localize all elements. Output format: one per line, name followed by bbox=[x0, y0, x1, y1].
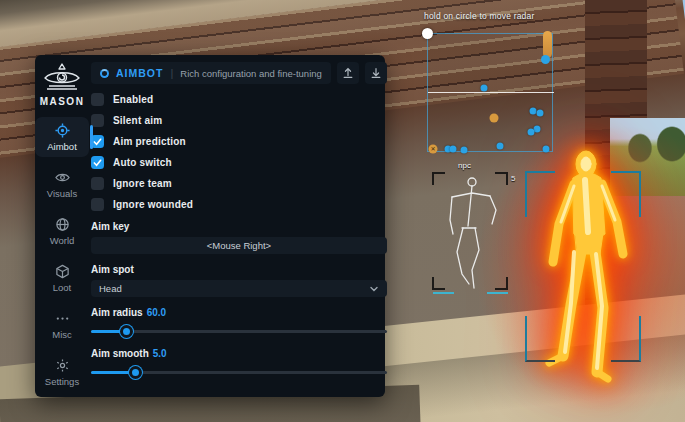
sidebar-item-label: Visuals bbox=[47, 188, 77, 199]
npc-name-label: npc bbox=[458, 161, 471, 170]
check-icon bbox=[93, 158, 102, 167]
checkbox-label: Enabled bbox=[113, 94, 153, 105]
sidebar-item-visuals[interactable]: Visuals bbox=[35, 164, 89, 204]
sidebar-item-label: Misc bbox=[52, 329, 72, 340]
page-title: AIMBOT bbox=[116, 67, 163, 79]
sidebar-item-aimbot[interactable]: Aimbot bbox=[35, 117, 89, 157]
aim-spot-select[interactable]: Head bbox=[91, 280, 387, 297]
aimbot-page: AIMBOT | Rich configuration and fine-tun… bbox=[89, 55, 397, 397]
radar-dot bbox=[461, 147, 468, 154]
aim-spot-value: Head bbox=[99, 283, 369, 294]
aim-smooth-slider[interactable] bbox=[91, 366, 387, 379]
radar-dot bbox=[481, 85, 488, 92]
sidebar-item-label: Settings bbox=[45, 376, 79, 387]
radar-dots bbox=[428, 34, 552, 151]
checkbox-box bbox=[91, 156, 104, 169]
cheat-menu-panel: MASON Aimbot Visuals bbox=[35, 55, 385, 397]
checkbox-label: Auto switch bbox=[113, 157, 172, 168]
checkbox-label: Ignore wounded bbox=[113, 199, 193, 210]
sidebar-item-misc[interactable]: Misc bbox=[35, 305, 89, 345]
brand: MASON bbox=[40, 63, 85, 107]
sidebar-item-label: World bbox=[50, 235, 75, 246]
esp-corner bbox=[611, 316, 641, 362]
spinner-ring-icon bbox=[100, 69, 109, 78]
eye-icon bbox=[55, 170, 70, 185]
download-icon bbox=[370, 67, 382, 79]
sidebar-item-loot[interactable]: Loot bbox=[35, 258, 89, 298]
npc-skeleton-esp bbox=[438, 174, 504, 290]
checkbox-box bbox=[91, 93, 104, 106]
globe-icon bbox=[55, 217, 70, 232]
radar-dot bbox=[497, 143, 504, 150]
check-icon bbox=[93, 137, 102, 146]
aim-spot-label: Aim spot bbox=[91, 264, 387, 275]
sidebar-item-world[interactable]: World bbox=[35, 211, 89, 251]
chevron-down-icon bbox=[369, 284, 379, 294]
slider-handle[interactable] bbox=[129, 366, 142, 379]
checkbox-auto-switch[interactable]: Auto switch bbox=[91, 156, 387, 169]
npc-health-bar bbox=[487, 292, 508, 294]
mason-eye-logo bbox=[41, 63, 83, 93]
radar-dot bbox=[534, 126, 541, 133]
import-config-button[interactable] bbox=[365, 62, 387, 84]
esp-corner bbox=[525, 171, 555, 217]
title-divider: | bbox=[170, 67, 173, 79]
radar bbox=[427, 33, 553, 152]
aim-smooth-value: 5.0 bbox=[153, 348, 167, 359]
radar-player-dot bbox=[541, 55, 550, 64]
radar-dot bbox=[543, 146, 550, 153]
gear-icon bbox=[55, 358, 70, 373]
upload-icon bbox=[342, 67, 354, 79]
checkbox-aim-prediction[interactable]: Aim prediction bbox=[91, 135, 387, 148]
game-screen: hold on circle to move radar npc 5 bbox=[0, 0, 685, 422]
checkbox-box bbox=[91, 177, 104, 190]
checkbox-box bbox=[91, 114, 104, 127]
radar-offscreen-marker bbox=[543, 31, 552, 58]
checkbox-group: Enabled Silent aim Aim prediction Auto s… bbox=[91, 93, 387, 211]
radar-dot bbox=[528, 129, 535, 136]
sidebar-item-label: Loot bbox=[53, 282, 72, 293]
radar-dot bbox=[450, 146, 457, 153]
esp-corner bbox=[525, 316, 555, 362]
radar-dot bbox=[530, 108, 537, 115]
dots-icon bbox=[55, 311, 70, 326]
radar-dot bbox=[537, 110, 544, 117]
aim-key-label: Aim key bbox=[91, 221, 387, 232]
slider-track bbox=[91, 330, 387, 333]
checkbox-silent-aim[interactable]: Silent aim bbox=[91, 114, 387, 127]
checkbox-enabled[interactable]: Enabled bbox=[91, 93, 387, 106]
sidebar-nav: Aimbot Visuals World bbox=[35, 117, 89, 392]
sidebar: MASON Aimbot Visuals bbox=[35, 55, 89, 397]
page-header: AIMBOT | Rich configuration and fine-tun… bbox=[91, 62, 387, 84]
aim-radius-value: 60.0 bbox=[147, 307, 166, 318]
cube-icon bbox=[55, 264, 70, 279]
checkbox-ignore-team[interactable]: Ignore team bbox=[91, 177, 387, 190]
npc-distance-label: 5 bbox=[511, 174, 515, 183]
aim-smooth-text: Aim smooth bbox=[91, 348, 149, 359]
checkbox-label: Aim prediction bbox=[113, 136, 186, 147]
radar-hint-text: hold on circle to move radar bbox=[424, 11, 564, 21]
sidebar-item-label: Aimbot bbox=[47, 141, 77, 152]
checkbox-label: Silent aim bbox=[113, 115, 162, 126]
checkbox-label: Ignore team bbox=[113, 178, 172, 189]
brand-name: MASON bbox=[40, 96, 85, 107]
slider-handle[interactable] bbox=[120, 325, 133, 338]
sidebar-item-settings[interactable]: Settings bbox=[35, 352, 89, 392]
aim-radius-slider[interactable] bbox=[91, 325, 387, 338]
checkbox-ignore-wounded[interactable]: Ignore wounded bbox=[91, 198, 387, 211]
npc-health-bar bbox=[433, 292, 454, 294]
aim-radius-label: Aim radius60.0 bbox=[91, 307, 387, 318]
esp-corner bbox=[611, 171, 641, 217]
aim-key-bind-button[interactable]: <Mouse Right> bbox=[91, 237, 387, 254]
export-config-button[interactable] bbox=[337, 62, 359, 84]
radar-dot bbox=[429, 145, 438, 154]
checkbox-box bbox=[91, 198, 104, 211]
page-title-bar: AIMBOT | Rich configuration and fine-tun… bbox=[91, 62, 331, 84]
aim-smooth-label: Aim smooth5.0 bbox=[91, 348, 387, 359]
page-subtitle: Rich configuration and fine-tuning bbox=[180, 68, 322, 79]
radar-dot bbox=[490, 114, 499, 123]
aim-radius-text: Aim radius bbox=[91, 307, 143, 318]
crosshair-icon bbox=[55, 123, 70, 138]
